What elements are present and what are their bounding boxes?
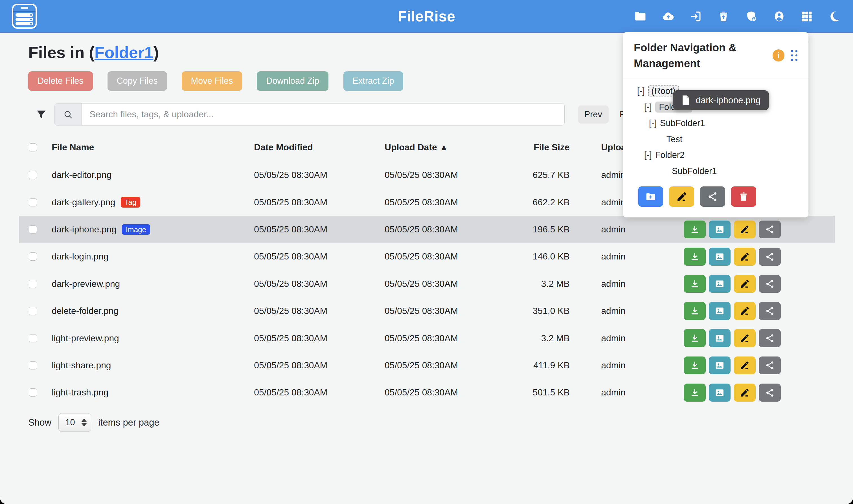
tree-toggle[interactable]: [-] xyxy=(649,118,657,128)
tree-toggle[interactable]: [-] xyxy=(644,150,652,160)
table-row[interactable]: light-trash.png 05/05/25 08:30AM 05/05/2… xyxy=(19,379,835,406)
drag-handle-icon[interactable] xyxy=(791,50,797,61)
share-button[interactable] xyxy=(759,275,781,293)
download-button[interactable] xyxy=(684,357,706,375)
preview-image-button[interactable] xyxy=(709,248,731,266)
download-button[interactable] xyxy=(684,383,706,402)
download-button[interactable] xyxy=(684,220,706,239)
rename-button[interactable] xyxy=(734,357,756,375)
share-button[interactable] xyxy=(759,383,781,402)
dark-mode-moon-icon[interactable] xyxy=(828,10,841,23)
grid-icon[interactable] xyxy=(800,10,813,23)
table-row[interactable]: light-preview.png 05/05/25 08:30AM 05/05… xyxy=(19,325,835,352)
download-button[interactable] xyxy=(684,275,706,293)
row-checkbox[interactable] xyxy=(29,171,37,179)
preview-image-button[interactable] xyxy=(709,302,731,320)
folder-icon[interactable] xyxy=(634,10,647,23)
panel-divider xyxy=(623,78,808,78)
uploader: admin xyxy=(570,360,684,371)
tree-label[interactable]: Folder2 xyxy=(655,150,685,160)
tree-item-folder2[interactable]: [-]Folder2 xyxy=(634,147,797,163)
date-modified: 05/05/25 08:30AM xyxy=(254,251,385,262)
row-checkbox[interactable] xyxy=(29,226,37,234)
file-size: 3.2 MB xyxy=(515,333,570,343)
rename-button[interactable] xyxy=(734,329,756,347)
download-button[interactable] xyxy=(684,329,706,347)
select-all-checkbox[interactable] xyxy=(29,143,37,151)
download-button[interactable] xyxy=(684,302,706,320)
preview-image-button[interactable] xyxy=(709,275,731,293)
file-name: dark-editor.png xyxy=(52,170,111,180)
rename-folder-button[interactable] xyxy=(669,186,694,206)
rename-button[interactable] xyxy=(734,302,756,320)
row-checkbox[interactable] xyxy=(29,280,37,288)
tree-toggle[interactable]: [-] xyxy=(637,86,645,96)
preview-image-button[interactable] xyxy=(709,357,731,375)
move-files-button[interactable]: Move Files xyxy=(182,71,243,91)
file-name: dark-preview.png xyxy=(52,278,120,289)
tree-item-subfolder1-2[interactable]: SubFolder1 xyxy=(634,163,797,179)
preview-image-button[interactable] xyxy=(709,383,731,402)
download-zip-button[interactable]: Download Zip xyxy=(257,71,328,91)
search-input-group xyxy=(54,103,565,126)
rename-button[interactable] xyxy=(734,248,756,266)
info-icon[interactable]: i xyxy=(772,49,784,61)
column-header-upload-date[interactable]: Upload Date ▲ xyxy=(385,142,515,152)
preview-image-button[interactable] xyxy=(709,329,731,347)
table-row-selected[interactable]: dark-iphone.pngImage 05/05/25 08:30AM 05… xyxy=(19,216,835,243)
tree-label[interactable]: SubFolder1 xyxy=(660,118,705,128)
rename-button[interactable] xyxy=(734,220,756,239)
shield-user-icon[interactable] xyxy=(745,10,758,23)
table-row[interactable]: light-share.png 05/05/25 08:30AM 05/05/2… xyxy=(19,352,835,379)
user-icon[interactable] xyxy=(772,10,785,23)
tree-toggle[interactable]: [-] xyxy=(644,102,652,112)
show-label: Show xyxy=(28,417,51,428)
share-folder-button[interactable] xyxy=(700,186,725,206)
tree-item-subfolder1[interactable]: [-]SubFolder1 xyxy=(634,115,797,131)
row-checkbox[interactable] xyxy=(29,334,37,342)
column-header-file-size[interactable]: File Size xyxy=(515,142,570,152)
upload-date: 05/05/25 08:30AM xyxy=(385,306,515,316)
share-button[interactable] xyxy=(759,220,781,239)
table-row[interactable]: delete-folder.png 05/05/25 08:30AM 05/05… xyxy=(19,298,835,325)
search-input[interactable] xyxy=(82,104,564,125)
table-row[interactable]: dark-preview.png 05/05/25 08:30AM 05/05/… xyxy=(19,270,835,297)
rename-button[interactable] xyxy=(734,383,756,402)
share-button[interactable] xyxy=(759,248,781,266)
items-per-page-select[interactable]: 10 xyxy=(58,413,91,432)
download-button[interactable] xyxy=(684,248,706,266)
row-checkbox[interactable] xyxy=(29,307,37,315)
row-checkbox[interactable] xyxy=(29,361,37,370)
extract-zip-button[interactable]: Extract Zip xyxy=(343,71,404,91)
share-button[interactable] xyxy=(759,357,781,375)
share-button[interactable] xyxy=(759,329,781,347)
create-folder-button[interactable] xyxy=(638,186,663,206)
sign-in-icon[interactable] xyxy=(689,10,702,23)
row-actions xyxy=(684,248,835,266)
tree-label[interactable]: Test xyxy=(667,134,682,144)
row-actions xyxy=(684,220,835,239)
delete-files-button[interactable]: Delete Files xyxy=(28,71,92,91)
tree-label[interactable]: SubFolder1 xyxy=(672,166,717,176)
current-folder-link[interactable]: Folder1 xyxy=(94,43,154,61)
preview-image-button[interactable] xyxy=(709,220,731,239)
delete-folder-button[interactable] xyxy=(731,186,756,206)
copy-files-button[interactable]: Copy Files xyxy=(107,71,167,91)
column-header-date-modified[interactable]: Date Modified xyxy=(254,142,385,152)
table-row[interactable]: dark-login.png 05/05/25 08:30AM 05/05/25… xyxy=(19,243,835,270)
column-header-file-name[interactable]: File Name xyxy=(52,142,254,152)
row-checkbox[interactable] xyxy=(29,198,37,206)
share-button[interactable] xyxy=(759,302,781,320)
rename-button[interactable] xyxy=(734,275,756,293)
prev-page-button[interactable]: Prev xyxy=(578,106,609,124)
cloud-upload-icon[interactable] xyxy=(662,10,675,23)
filter-funnel-icon[interactable] xyxy=(35,109,47,121)
trash-restore-icon[interactable] xyxy=(717,10,730,23)
filerise-logo-menu-button[interactable] xyxy=(12,4,37,29)
tree-item-test[interactable]: Test xyxy=(634,131,797,147)
row-checkbox[interactable] xyxy=(29,252,37,260)
upload-date: 05/05/25 08:30AM xyxy=(385,251,515,262)
file-size: 501.5 KB xyxy=(515,387,570,398)
row-checkbox[interactable] xyxy=(29,389,37,397)
items-per-page-value: 10 xyxy=(65,417,75,428)
